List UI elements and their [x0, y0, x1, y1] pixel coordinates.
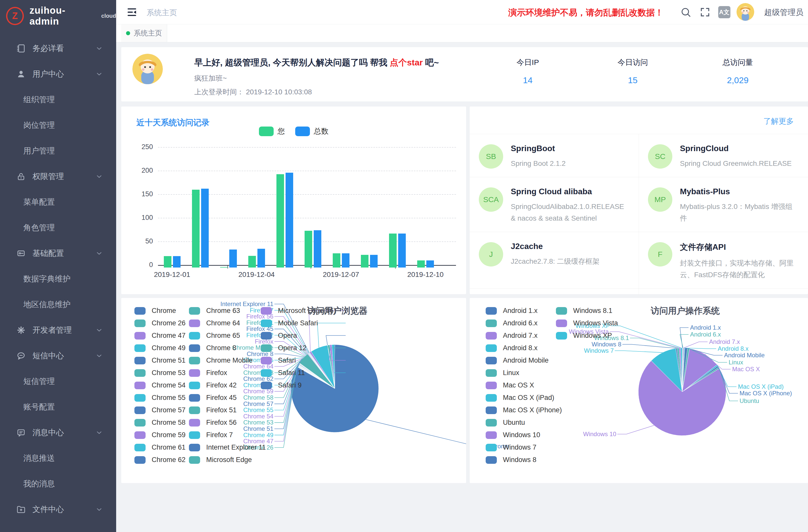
sidebar-item-用户管理[interactable]: 用户管理 — [0, 138, 116, 164]
legend-item-Chrome 51[interactable]: Chrome 51 — [134, 356, 186, 364]
sidebar-item-我的消息[interactable]: 我的消息 — [0, 471, 116, 496]
legend-item-Safari 11[interactable]: Safari 11 — [261, 369, 305, 377]
bar-您-2019-12-05[interactable] — [276, 174, 284, 268]
bar-总数-2019-12-02[interactable] — [201, 189, 209, 268]
username[interactable]: 超级管理员 — [764, 7, 804, 18]
sidebar-item-文件中心[interactable]: 文件中心 — [0, 496, 116, 522]
bar-总数-2019-12-10[interactable] — [426, 260, 434, 268]
bar-总数-2019-12-05[interactable] — [286, 173, 293, 268]
sidebar-item-务必详看[interactable]: 务必详看 — [0, 36, 116, 61]
legend-item-Chrome 63[interactable]: Chrome 63 — [189, 307, 240, 315]
sidebar-item-消息中心[interactable]: 消息中心 — [0, 420, 116, 445]
tech-card-SpringBoot[interactable]: SBSpringBootSpring Boot 2.1.2 — [470, 134, 639, 177]
tech-card-Mybatis-Plus[interactable]: MPMybatis-PlusMybatis-plus 3.2.0：Mybatis… — [639, 177, 808, 232]
legend-item-Mobile Safari[interactable]: Mobile Safari — [261, 319, 318, 327]
sidebar-item-地区信息维护[interactable]: 地区信息维护 — [0, 292, 116, 317]
sidebar-item-数据字典维护[interactable]: 数据字典维护 — [0, 266, 116, 292]
legend-item-Chrome 53[interactable]: Chrome 53 — [134, 369, 186, 377]
legend-item-Opera[interactable]: Opera — [261, 332, 297, 340]
bar-您-2019-12-07[interactable] — [333, 253, 340, 268]
sidebar-item-组织管理[interactable]: 组织管理 — [0, 87, 116, 112]
legend-item-Android 7.x[interactable]: Android 7.x — [486, 332, 538, 340]
legend-item-Chrome 49[interactable]: Chrome 49 — [134, 344, 186, 352]
tech-card-文件存储API[interactable]: F文件存储API封装文件接口，实现本地存储、阿里云、FastDFS存储的配置化 — [639, 232, 808, 289]
legend-item-Chrome 65[interactable]: Chrome 65 — [189, 332, 240, 340]
sidebar-item-短信管理[interactable]: 短信管理 — [0, 368, 116, 394]
sidebar-item-基础配置[interactable]: 基础配置 — [0, 240, 116, 266]
legend-item-Chrome 26[interactable]: Chrome 26 — [134, 319, 186, 327]
bar-总数-2019-12-08[interactable] — [370, 255, 378, 268]
bar-chart-plot[interactable]: 2502001501005002019-12-012019-12-042019-… — [121, 107, 466, 294]
bar-您-2019-12-02[interactable] — [192, 190, 200, 268]
user-avatar[interactable] — [736, 3, 754, 21]
legend-item-Android 8.x[interactable]: Android 8.x — [486, 344, 538, 352]
legend-item-Windows 8[interactable]: Windows 8 — [486, 456, 536, 464]
tab-system-home[interactable]: 系统主页 — [121, 24, 167, 42]
sidebar-item-岗位管理[interactable]: 岗位管理 — [0, 112, 116, 138]
legend-item-Internet Explorer 11[interactable]: Internet Explorer 11 — [189, 443, 266, 451]
learn-more-link[interactable]: 了解更多 — [764, 116, 794, 127]
legend-item-Opera 12[interactable]: Opera 12 — [261, 344, 307, 352]
legend-item-Android Mobile[interactable]: Android Mobile — [486, 356, 549, 364]
sidebar-item-权限管理[interactable]: 权限管理 — [0, 164, 116, 189]
language-switch-icon[interactable]: A文 — [718, 6, 730, 18]
tech-card-Spring Cloud alibaba[interactable]: SCASpring Cloud alibabaSpringCloudAlibab… — [470, 177, 639, 232]
bar-总数-2019-12-07[interactable] — [342, 253, 349, 268]
legend-item-Mac OS X (iPad)[interactable]: Mac OS X (iPad) — [486, 394, 554, 402]
sidebar-item-短信中心[interactable]: 短信中心 — [0, 343, 116, 368]
legend-item-Chrome 8[interactable]: Chrome 8 — [189, 344, 236, 352]
legend-item-Chrome 54[interactable]: Chrome 54 — [134, 381, 186, 389]
bar-总数-2019-12-01[interactable] — [173, 256, 181, 268]
sidebar-item-菜单配置[interactable]: 菜单配置 — [0, 189, 116, 215]
legend-item-Chrome 55[interactable]: Chrome 55 — [134, 394, 186, 402]
bar-总数-2019-12-03[interactable] — [229, 250, 237, 268]
star-link[interactable]: 点个star — [390, 58, 423, 67]
legend-item-Android 6.x[interactable]: Android 6.x — [486, 319, 538, 327]
legend-item-Firefox 51[interactable]: Firefox 51 — [189, 406, 237, 414]
tech-card-SpringCloud[interactable]: SCSpringCloudSpring Cloud Greenwich.RELE… — [639, 134, 808, 177]
legend-item-Safari[interactable]: Safari — [261, 356, 296, 364]
legend-item-Chrome 58[interactable]: Chrome 58 — [134, 419, 186, 426]
sidebar-collapse-icon[interactable] — [126, 6, 137, 18]
legend-item-Chrome 59[interactable]: Chrome 59 — [134, 431, 186, 439]
legend-item-Android 1.x[interactable]: Android 1.x — [486, 307, 538, 315]
legend-item-Mac OS X[interactable]: Mac OS X — [486, 381, 534, 389]
legend-item-Firefox 45[interactable]: Firefox 45 — [189, 394, 237, 402]
legend-item-Microsoft Edge[interactable]: Microsoft Edge — [189, 456, 252, 464]
app-logo[interactable]: Z zuihou-admin cloud — [0, 0, 116, 31]
legend-item-Chrome 62[interactable]: Chrome 62 — [134, 456, 186, 464]
legend-item-Firefox 56[interactable]: Firefox 56 — [189, 419, 237, 426]
sidebar-item-账号配置[interactable]: 账号配置 — [0, 394, 116, 420]
legend-item-Windows 10[interactable]: Windows 10 — [486, 431, 540, 439]
sidebar-item-角色管理[interactable]: 角色管理 — [0, 215, 116, 240]
bar-您-2019-12-04[interactable] — [248, 256, 256, 268]
breadcrumb[interactable]: 系统主页 — [147, 7, 177, 18]
legend-item-Chrome[interactable]: Chrome — [134, 307, 176, 315]
bar-总数-2019-12-04[interactable] — [257, 249, 265, 268]
sidebar-item-开发者管理[interactable]: 开发者管理 — [0, 317, 116, 343]
bar-总数-2019-12-06[interactable] — [314, 230, 321, 268]
legend-item-Windows Vista[interactable]: Windows Vista — [556, 319, 618, 327]
bar-您-2019-12-09[interactable] — [389, 234, 397, 268]
legend-item-Ubuntu[interactable]: Ubuntu — [486, 419, 525, 426]
legend-item-Firefox[interactable]: Firefox — [189, 369, 227, 377]
legend-item-Mac OS X (iPhone)[interactable]: Mac OS X (iPhone) — [486, 406, 562, 414]
sidebar-item-用户中心[interactable]: 用户中心 — [0, 61, 116, 87]
legend-item-Chrome Mobile[interactable]: Chrome Mobile — [189, 356, 253, 364]
bar-您-2019-12-06[interactable] — [305, 231, 312, 268]
bar-您-2019-12-01[interactable] — [164, 256, 171, 268]
legend-item-Windows 7[interactable]: Windows 7 — [486, 443, 536, 451]
legend-item-Chrome 61[interactable]: Chrome 61 — [134, 443, 186, 451]
sidebar-item-消息推送[interactable]: 消息推送 — [0, 445, 116, 471]
bar-您-2019-12-03[interactable] — [220, 267, 228, 268]
search-icon[interactable] — [680, 6, 691, 18]
bar-总数-2019-12-09[interactable] — [398, 234, 406, 268]
bar-您-2019-12-08[interactable] — [361, 255, 368, 268]
legend-item-Safari 9[interactable]: Safari 9 — [261, 381, 301, 389]
tech-card-J2cache[interactable]: JJ2cacheJ2cache2.7.8: 二级缓存框架 — [470, 232, 639, 289]
legend-item-Windows XP[interactable]: Windows XP — [556, 332, 612, 340]
legend-item-Chrome 57[interactable]: Chrome 57 — [134, 406, 186, 414]
legend-item-Linux[interactable]: Linux — [486, 369, 519, 377]
legend-item-Firefox 7[interactable]: Firefox 7 — [189, 431, 233, 439]
fullscreen-icon[interactable] — [699, 6, 711, 18]
